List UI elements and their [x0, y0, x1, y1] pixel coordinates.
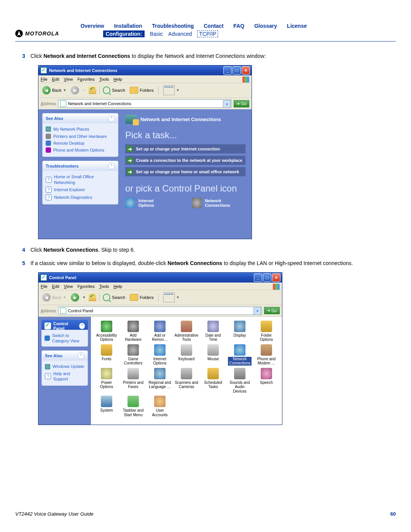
views-button[interactable]: ▼: [162, 292, 181, 303]
grid-item-label: Scheduled Tasks: [201, 380, 225, 389]
cp-internet-options[interactable]: Internet Options: [125, 198, 169, 208]
switch-category-view[interactable]: Switch to Category View: [45, 332, 85, 345]
nav-installation[interactable]: Installation: [114, 23, 142, 29]
grid-item[interactable]: System: [95, 396, 118, 417]
collapse-icon[interactable]: ˆ: [108, 163, 115, 169]
nav-glossary[interactable]: Glossary: [254, 23, 277, 29]
nav-license[interactable]: License: [287, 23, 307, 29]
grid-item[interactable]: Power Options: [95, 368, 118, 394]
help-icon: [45, 373, 51, 379]
grid-item[interactable]: Scanners and Cameras: [175, 368, 198, 394]
nav-troubleshooting[interactable]: Troubleshooting: [152, 23, 194, 29]
grid-item[interactable]: Fonts: [95, 344, 118, 366]
grid-item[interactable]: Network Connections: [228, 344, 252, 366]
cp-network-connections[interactable]: Network Connections: [192, 198, 245, 208]
title-bar[interactable]: Network and Internet Connections _ □ ×: [38, 66, 252, 75]
grid-item[interactable]: Taskbar and Start Menu: [121, 396, 145, 417]
menu-view[interactable]: View: [64, 77, 73, 81]
maximize-button[interactable]: □: [263, 273, 271, 282]
nav-faq[interactable]: FAQ: [233, 23, 244, 29]
grid-item[interactable]: Administrative Tools: [175, 321, 198, 342]
see-also-header[interactable]: See Also ˆ: [43, 113, 118, 123]
troubleshooters-header[interactable]: Troubleshooters ˆ: [43, 161, 118, 171]
menu-file[interactable]: File: [41, 77, 48, 81]
grid-item[interactable]: User Accounts: [148, 396, 172, 417]
grid-item[interactable]: Phone and Modem …: [255, 344, 278, 366]
grid-item[interactable]: Game Controllers: [121, 344, 145, 366]
menu-file[interactable]: File: [41, 284, 48, 289]
task-setup-home-network[interactable]: ➜Set up or change your home or small off…: [125, 167, 245, 176]
sidebar-internet-explorer[interactable]: Internet Explorer: [46, 186, 115, 193]
collapse-icon[interactable]: ˆ: [108, 115, 115, 122]
see-also-header[interactable]: See Also ˆ: [42, 351, 88, 361]
grid-item[interactable]: Internet Options: [148, 344, 172, 366]
minimize-button[interactable]: _: [254, 273, 262, 282]
grid-item[interactable]: Speech: [255, 368, 278, 394]
minimize-button[interactable]: _: [223, 66, 232, 75]
menu-help[interactable]: Help: [113, 77, 122, 81]
close-button[interactable]: ×: [272, 273, 280, 282]
sidebar-windows-update[interactable]: Windows Update: [45, 363, 84, 370]
go-button[interactable]: ➜Go: [234, 100, 249, 107]
nav-advanced[interactable]: Advanced: [168, 31, 192, 37]
menu-favorites[interactable]: Favorites: [77, 77, 94, 81]
sidebar-home-networking[interactable]: Home or Small Office Networking: [46, 173, 115, 186]
address-field[interactable]: Control Panel ▾: [58, 307, 262, 315]
nav-basic[interactable]: Basic: [150, 31, 163, 37]
grid-item[interactable]: Add or Remov…: [148, 321, 172, 342]
sidebar-my-network-places[interactable]: My Network Places: [46, 126, 115, 133]
nav-contact[interactable]: Contact: [204, 23, 223, 29]
up-button[interactable]: [89, 294, 96, 301]
address-dropdown-icon[interactable]: ▾: [253, 307, 261, 315]
menu-tools[interactable]: Tools: [99, 284, 109, 289]
sidebar-printers[interactable]: Printers and Other Hardware: [46, 133, 115, 140]
views-button[interactable]: ▼: [162, 85, 181, 96]
folders-button[interactable]: Folders: [128, 86, 155, 94]
grid-item[interactable]: Regional and Language …: [148, 368, 172, 394]
menu-help[interactable]: Help: [113, 284, 122, 289]
see-also-box: See Also ˆ Windows Update Help and Suppo…: [41, 350, 88, 386]
up-button[interactable]: [89, 86, 96, 94]
folders-button[interactable]: Folders: [128, 293, 155, 302]
grid-item[interactable]: Add Hardware: [121, 321, 145, 342]
grid-item[interactable]: Mouse: [201, 344, 225, 366]
grid-item[interactable]: Display: [228, 321, 252, 342]
nav-tcpip[interactable]: TCP/IP: [197, 30, 218, 37]
search-button[interactable]: Search: [103, 294, 125, 301]
forward-button[interactable]: ►: [71, 86, 79, 94]
grid-item[interactable]: Date and Time: [201, 321, 225, 342]
address-dropdown-icon[interactable]: ▾: [223, 100, 231, 108]
address-field[interactable]: Network and Internet Connections ▾: [58, 99, 231, 108]
menu-view[interactable]: View: [64, 284, 73, 289]
menu-edit[interactable]: Edit: [52, 77, 59, 81]
grid-item-label: Taskbar and Start Menu: [121, 408, 145, 417]
sidebar-help-support[interactable]: Help and Support: [45, 370, 84, 383]
sidebar-network-diagnostics[interactable]: Network Diagnostics: [46, 193, 115, 201]
menu-favorites[interactable]: Favorites: [77, 284, 94, 289]
nav-configuration[interactable]: Configuration:: [103, 30, 144, 37]
maximize-button[interactable]: □: [233, 66, 241, 75]
forward-button[interactable]: ►: [71, 293, 79, 302]
grid-item[interactable]: Accessibility Options: [95, 321, 118, 342]
search-button[interactable]: Search: [103, 86, 125, 94]
control-panel-icon: [45, 323, 51, 329]
close-button[interactable]: ×: [242, 66, 250, 75]
grid-item-label: Network Connections: [228, 357, 252, 366]
collapse-icon[interactable]: ˆ: [79, 323, 85, 329]
go-button[interactable]: ➜Go: [264, 307, 280, 314]
collapse-icon[interactable]: ˆ: [78, 352, 84, 359]
grid-item[interactable]: Folder Options: [255, 321, 278, 342]
task-create-workplace[interactable]: ➜Create a connection to the network at y…: [125, 156, 245, 165]
back-button[interactable]: ◄ Back ▼: [41, 85, 68, 95]
nav-overview[interactable]: Overview: [80, 23, 104, 29]
menu-tools[interactable]: Tools: [99, 77, 109, 81]
grid-item[interactable]: Printers and Faxes: [121, 368, 145, 394]
sidebar-phone-modem[interactable]: Phone and Modem Options: [46, 147, 115, 153]
grid-item[interactable]: Keyboard: [175, 344, 198, 366]
grid-item[interactable]: Sounds and Audio Devices: [228, 368, 252, 394]
task-setup-internet[interactable]: ➜Set up or change your Internet connecti…: [125, 144, 245, 153]
title-bar[interactable]: Control Panel _ □ ×: [38, 273, 282, 283]
menu-edit[interactable]: Edit: [52, 284, 59, 289]
sidebar-remote-desktop[interactable]: Remote Desktop: [46, 140, 115, 147]
grid-item[interactable]: Scheduled Tasks: [201, 368, 225, 394]
